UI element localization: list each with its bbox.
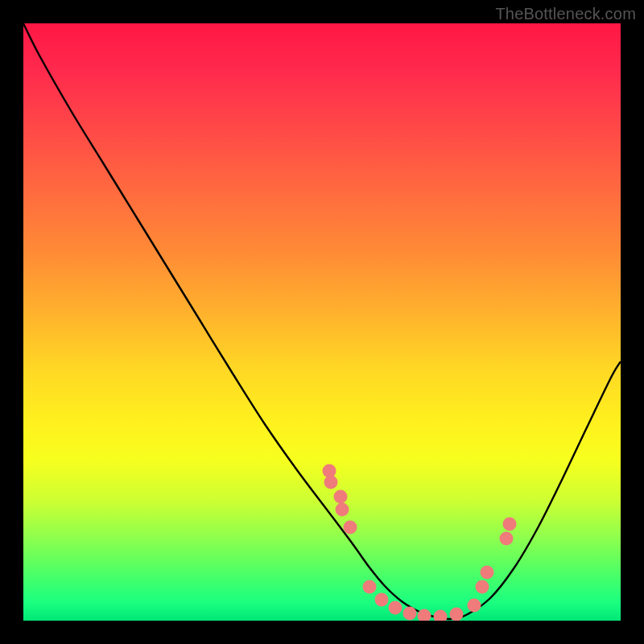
watermark-text: TheBottleneck.com <box>495 5 636 23</box>
plot-area <box>23 23 621 621</box>
chart-stage: TheBottleneck.com <box>0 0 644 644</box>
